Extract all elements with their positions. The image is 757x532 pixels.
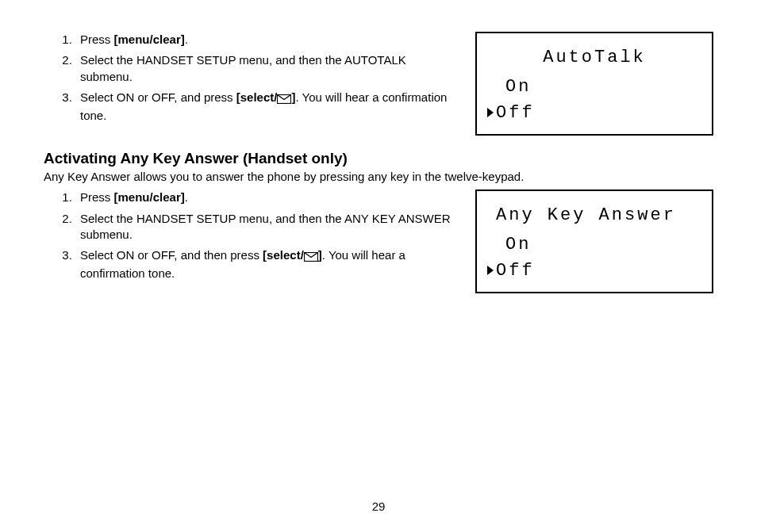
row-anykey: Press [menu/clear]. Select the HANDSET S… bbox=[44, 189, 713, 293]
lcd-option-label: Off bbox=[496, 100, 535, 126]
envelope-icon bbox=[304, 250, 318, 266]
instructions-anykey: Press [menu/clear]. Select the HANDSET S… bbox=[44, 189, 461, 286]
step-item: Select the HANDSET SETUP menu, and then … bbox=[75, 211, 461, 243]
heading-anykey: Activating Any Key Answer (Handset only) bbox=[44, 150, 713, 167]
lcd-option-off: Off bbox=[485, 100, 704, 126]
envelope-icon bbox=[277, 92, 291, 108]
row-autotalk: Press [menu/clear]. Select the HANDSET S… bbox=[44, 32, 713, 136]
section-autotalk: Press [menu/clear]. Select the HANDSET S… bbox=[44, 32, 713, 136]
bold-key: [select/] bbox=[263, 248, 322, 262]
step-text: Select the HANDSET SETUP menu, and then … bbox=[80, 53, 406, 82]
step-item: Select ON or OFF, and then press [select… bbox=[75, 247, 461, 282]
section-anykey: Activating Any Key Answer (Handset only)… bbox=[44, 150, 713, 293]
lcd-option-on: On bbox=[485, 232, 704, 258]
pointer-empty bbox=[496, 232, 505, 258]
bold-key: [menu/clear] bbox=[114, 33, 185, 46]
step-text: Select ON or OFF, and then press bbox=[80, 248, 263, 262]
step-item: Press [menu/clear]. bbox=[75, 189, 461, 205]
steps-list-autotalk: Press [menu/clear]. Select the HANDSET S… bbox=[75, 32, 461, 124]
step-text: Press bbox=[80, 190, 114, 204]
step-text: Select ON or OFF, and press bbox=[80, 90, 236, 104]
lcd-option-on: On bbox=[485, 74, 704, 100]
lcd-option-off: Off bbox=[485, 258, 704, 284]
lcd-option-label: Off bbox=[496, 258, 535, 284]
step-text: . bbox=[185, 190, 188, 204]
description-anykey: Any Key Answer allows you to answer the … bbox=[44, 169, 713, 185]
step-item: Select ON or OFF, and press [select/]. Y… bbox=[75, 90, 461, 124]
pointer-icon bbox=[486, 100, 496, 126]
step-text: . bbox=[185, 33, 188, 46]
lcd-option-label: On bbox=[505, 232, 531, 258]
page-number: 29 bbox=[0, 499, 757, 513]
step-item: Select the HANDSET SETUP menu, and then … bbox=[75, 52, 461, 85]
lcd-title: Any Key Answer bbox=[485, 202, 704, 228]
bold-key: [select/] bbox=[236, 90, 296, 104]
bold-key: [menu/clear] bbox=[114, 190, 185, 204]
step-text: Press bbox=[80, 33, 114, 46]
lcd-option-label: On bbox=[505, 74, 531, 100]
manual-page: Press [menu/clear]. Select the HANDSET S… bbox=[0, 0, 757, 532]
lcd-anykey: Any Key Answer On Off bbox=[475, 189, 713, 293]
lcd-autotalk: AutoTalk On Off bbox=[475, 32, 713, 136]
step-item: Press [menu/clear]. bbox=[75, 32, 461, 48]
instructions-autotalk: Press [menu/clear]. Select the HANDSET S… bbox=[44, 32, 461, 128]
lcd-title: AutoTalk bbox=[485, 44, 704, 71]
pointer-empty bbox=[496, 74, 505, 100]
step-text: Select the HANDSET SETUP menu, and then … bbox=[80, 212, 451, 241]
pointer-icon bbox=[486, 258, 496, 284]
steps-list-anykey: Press [menu/clear]. Select the HANDSET S… bbox=[75, 189, 461, 281]
